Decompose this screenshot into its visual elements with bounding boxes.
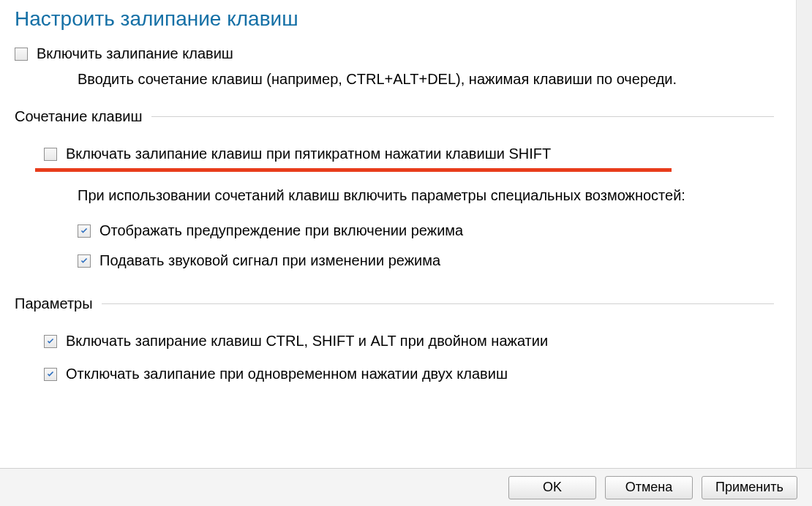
apply-button[interactable]: Применить [702,476,797,499]
ok-button[interactable]: OK [508,476,596,499]
lock-modifier-label: Включать запирание клавиш CTRL, SHIFT и … [66,333,548,350]
play-sound-checkbox[interactable] [78,254,91,268]
group1-sub-description: При использовании сочетаний клавиш включ… [15,172,774,209]
show-warning-checkbox[interactable] [78,224,91,238]
enable-sticky-keys-description: Вводить сочетание клавиш (например, CTRL… [15,62,774,102]
divider-line [102,303,774,304]
group-shortcut-title: Сочетание клавиш [15,108,151,125]
vertical-scrollbar[interactable] [796,0,812,477]
enable-sticky-keys-checkbox[interactable] [15,48,28,61]
button-bar: OK Отмена Применить [0,468,812,506]
show-warning-label: Отображать предупреждение при включении … [99,222,463,239]
lock-modifier-checkbox[interactable] [44,335,57,348]
enable-shift-5x-checkbox[interactable] [44,148,57,161]
enable-sticky-keys-label: Включить залипание клавиш [37,45,233,62]
cancel-button[interactable]: Отмена [605,476,693,499]
play-sound-label: Подавать звуковой сигнал при изменении р… [99,252,440,269]
page-heading: Настроить залипание клавиш [15,0,774,45]
disable-on-two-label: Отключать залипание при одновременном на… [66,366,508,382]
divider-line [151,116,774,117]
group-params-title: Параметры [15,295,102,312]
enable-shift-5x-label: Включать залипание клавиш при пятикратно… [66,146,551,162]
disable-on-two-checkbox[interactable] [44,368,57,381]
